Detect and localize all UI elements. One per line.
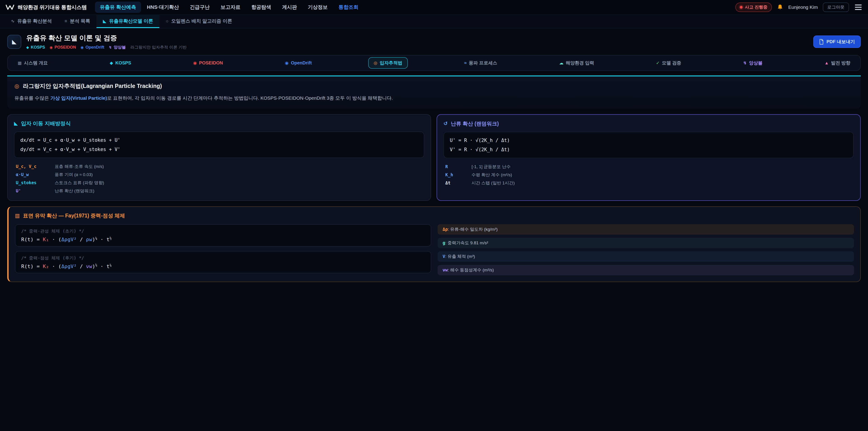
pill-model-validation[interactable]: ✓ 모델 검증 bbox=[651, 57, 686, 69]
tab-spill-analysis[interactable]: ∿ 유출유 확산분석 bbox=[4, 15, 58, 28]
incident-status-label: 사고 진행중 bbox=[745, 4, 767, 10]
wave-icon: ≈ bbox=[464, 61, 467, 65]
app-logo[interactable]: 해양환경 위기대응 통합시스템 bbox=[5, 4, 87, 11]
badge-opendrift: ◉OpenDrift bbox=[81, 45, 104, 50]
ring-icon: ◉ bbox=[285, 60, 289, 65]
card-title: ◣ 입자 이동 지배방정식 bbox=[14, 120, 424, 127]
nav-item-spill-prediction[interactable]: 유출유 확산예측 bbox=[95, 2, 141, 13]
primary-nav: 유출유 확산예측 HNS·대기확산 긴급구난 보고자료 항공탐색 게시판 기상정… bbox=[95, 2, 364, 13]
list-icon: ≡ bbox=[65, 19, 67, 24]
turbulent-diffusion-card: ↺ 난류 확산 (랜덤워크) U' = R · √(2K_h / Δt)V' =… bbox=[436, 114, 861, 201]
diamond-icon: ◆ bbox=[26, 45, 29, 50]
bolt-icon: ↯ bbox=[743, 60, 747, 65]
pdf-export-button[interactable]: PDF 내보내기 bbox=[813, 35, 861, 48]
page-title: 유출유 확산 모델 이론 및 검증 bbox=[26, 33, 187, 43]
menu-icon[interactable] bbox=[854, 3, 863, 12]
legend-row: R [-1, 1] 균등분포 난수 bbox=[443, 163, 854, 171]
tab-analysis-list[interactable]: ≡ 분석 목록 bbox=[58, 15, 97, 28]
ruler-icon: ◣ bbox=[103, 18, 106, 24]
pill-roadmap[interactable]: ▲ 발전 방향 bbox=[819, 57, 856, 69]
param-density-difference: Δρ: 유류-해수 밀도차 (kg/m³) bbox=[438, 224, 854, 235]
pill-poseidon[interactable]: ◉ POSEIDON bbox=[188, 58, 228, 68]
page-subtitle: 라그랑지안 입자추적 이론 기반 bbox=[130, 44, 187, 50]
equation-cards-row: ◣ 입자 이동 지배방정식 dx/dt = U_c + α·U_w + U_st… bbox=[7, 114, 861, 201]
badge-ensemble: ↯앙상블 bbox=[109, 44, 126, 50]
page-header: ◣ 유출유 확산 모델 이론 및 검증 ◆KOSPS ◉POSEIDON ◉Op… bbox=[0, 29, 868, 54]
ring-icon: ◉ bbox=[81, 45, 84, 50]
target-icon: ◎ bbox=[374, 60, 377, 65]
pill-ensemble[interactable]: ↯ 앙상블 bbox=[738, 57, 768, 69]
tab-label: 오일펜스 배치 알고리즘 이론 bbox=[171, 18, 232, 24]
wing-logo-icon bbox=[5, 4, 14, 10]
diamond-icon: ◆ bbox=[110, 60, 113, 65]
pill-system-overview[interactable]: ▦ 시스템 개요 bbox=[12, 57, 53, 69]
gravity-viscous-code: /* 중력-점성 체제 (후기) */ R(t) = K₂ · (ΔρgV² /… bbox=[15, 251, 431, 273]
gravity-inertia-code: /* 중력-관성 체제 (초기) */ R(t) = K₁ · (ΔρgV² /… bbox=[15, 224, 431, 246]
ruler-icon: ◣ bbox=[14, 120, 18, 126]
virtual-particle-highlight: 가상 입자(Virtual Particle) bbox=[51, 95, 107, 100]
gravity-viscous-equation: R(t) = K₂ · (ΔρgV² / νw)⅙ · t¼ bbox=[21, 263, 425, 269]
param-kinematic-viscosity: νw: 해수 동점성계수 (m²/s) bbox=[438, 265, 854, 275]
nav-item-integrated-search[interactable]: 통합조회 bbox=[334, 2, 364, 13]
top-navigation-bar: 해양환경 위기대응 통합시스템 유출유 확산예측 HNS·대기확산 긴급구난 보… bbox=[0, 0, 868, 15]
section-navigation: ▦ 시스템 개요 ◆ KOSPS ◉ POSEIDON ◉ OpenDrift … bbox=[7, 55, 861, 71]
check-icon: ✓ bbox=[656, 60, 659, 65]
legend-row: K_h 수평 확산 계수 (m²/s) bbox=[443, 171, 854, 179]
fay-grid: /* 중력-관성 체제 (초기) */ R(t) = K₁ · (ΔρgV² /… bbox=[15, 224, 854, 275]
incident-status-badge: 사고 진행중 bbox=[735, 2, 772, 12]
governing-legend: U_c, V_c 표층 해류·조류 속도 (m/s) α·U_w 풍류 기여 (… bbox=[14, 162, 424, 195]
legend-row: Δt 시간 스텝 (일반 1시간) bbox=[443, 179, 854, 187]
param-gravity: g: 중력가속도 9.81 m/s² bbox=[438, 238, 854, 248]
governing-equation-card: ◣ 입자 이동 지배방정식 dx/dt = U_c + α·U_w + U_st… bbox=[7, 114, 431, 201]
nav-item-aerial-search[interactable]: 항공탐색 bbox=[246, 2, 276, 13]
tab-oil-fence-algorithm-theory[interactable]: ○ 오일펜스 배치 알고리즘 이론 bbox=[159, 15, 239, 28]
page-header-ruler-icon: ◣ bbox=[7, 35, 21, 49]
bar-chart-icon: ▥ bbox=[15, 213, 20, 219]
nav-item-weather-info[interactable]: 기상정보 bbox=[303, 2, 333, 13]
param-spill-volume: V: 유출 체적 (m³) bbox=[438, 251, 854, 262]
user-name: Eunjeong Kim bbox=[788, 4, 818, 10]
section-title: ◎ 라그랑지안 입자추적법(Lagrangian Particle Tracki… bbox=[14, 82, 854, 90]
tab-diffusion-model-theory[interactable]: ◣ 유출유확산모델 이론 bbox=[96, 15, 159, 28]
rocket-icon: ▲ bbox=[825, 61, 829, 65]
topbar-right-cluster: 사고 진행중 Eunjeong Kim 로그아웃 bbox=[735, 2, 863, 12]
legend-row: U' 난류 확산 (랜덤워크) bbox=[14, 187, 424, 195]
tab-label: 분석 목록 bbox=[70, 18, 90, 24]
circle-icon: ○ bbox=[166, 19, 168, 24]
tab-label: 유출유확산모델 이론 bbox=[109, 18, 153, 24]
pill-wind-wave-process[interactable]: ≈ 풍파 프로세스 bbox=[459, 57, 503, 69]
page-header-text: 유출유 확산 모델 이론 및 검증 ◆KOSPS ◉POSEIDON ◉Open… bbox=[26, 33, 187, 50]
tab-label: 유출유 확산분석 bbox=[18, 18, 52, 24]
nav-item-reports[interactable]: 보고자료 bbox=[216, 2, 246, 13]
notifications-bell-icon[interactable] bbox=[777, 4, 783, 10]
cloud-icon: ☁ bbox=[559, 60, 563, 65]
nav-item-hns-dispersion[interactable]: HNS·대기확산 bbox=[142, 2, 184, 13]
turbulence-legend: R [-1, 1] 균등분포 난수 K_h 수평 확산 계수 (m²/s) Δt… bbox=[443, 163, 854, 187]
nav-item-board[interactable]: 게시판 bbox=[277, 2, 302, 13]
sub-tab-bar: ∿ 유출유 확산분석 ≡ 분석 목록 ◣ 유출유확산모델 이론 ○ 오일펜스 배… bbox=[0, 15, 868, 29]
card-title: ↺ 난류 확산 (랜덤워크) bbox=[443, 120, 854, 127]
gravity-inertia-equation: R(t) = K₁ · (ΔρgV² / ρw)¼ · t½ bbox=[21, 237, 425, 242]
legend-row: α·U_w 풍류 기여 (α ≈ 0.03) bbox=[14, 171, 424, 179]
pill-opendrift[interactable]: ◉ OpenDrift bbox=[279, 58, 317, 68]
pill-particle-tracking[interactable]: ◎ 입자추적법 bbox=[368, 57, 408, 69]
fay-equations-column: /* 중력-관성 체제 (초기) */ R(t) = K₁ · (ΔρgV² /… bbox=[15, 224, 431, 275]
legend-row: U_stokes 스토크스 표류 (파랑 영향) bbox=[14, 179, 424, 187]
legend-row: U_c, V_c 표층 해류·조류 속도 (m/s) bbox=[14, 162, 424, 171]
pill-ocean-env-input[interactable]: ☁ 해양환경 입력 bbox=[554, 57, 600, 69]
badge-poseidon: ◉POSEIDON bbox=[50, 45, 76, 50]
pill-kosps[interactable]: ◆ KOSPS bbox=[104, 58, 137, 68]
card-title: ▥ 표면 유막 확산 — Fay(1971) 중력-점성 체제 bbox=[15, 212, 854, 219]
chart-line-icon: ∿ bbox=[11, 18, 15, 24]
logout-button[interactable]: 로그아웃 bbox=[823, 2, 849, 12]
lagrangian-theory-panel: ◎ 라그랑지안 입자추적법(Lagrangian Particle Tracki… bbox=[7, 75, 861, 109]
badge-kosps: ◆KOSPS bbox=[26, 45, 45, 50]
nav-item-emergency-rescue[interactable]: 긴급구난 bbox=[185, 2, 215, 13]
target-icon: ◎ bbox=[14, 83, 19, 89]
ring-icon: ◉ bbox=[193, 60, 197, 65]
app-title: 해양환경 위기대응 통합시스템 bbox=[18, 4, 87, 11]
incident-status-dot bbox=[740, 6, 743, 8]
spiral-icon: ↺ bbox=[443, 121, 447, 127]
app-root: 해양환경 위기대응 통합시스템 유출유 확산예측 HNS·대기확산 긴급구난 보… bbox=[0, 0, 868, 282]
ring-icon: ◉ bbox=[50, 45, 53, 50]
